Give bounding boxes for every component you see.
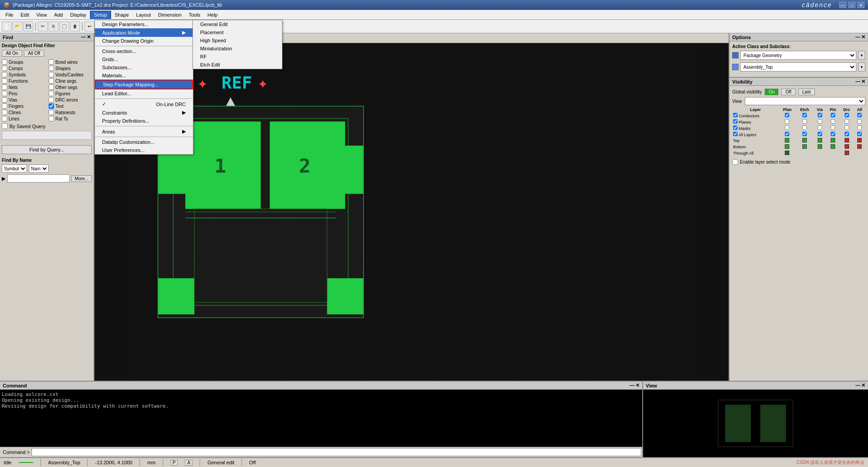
masks-all[interactable] bbox=[857, 125, 862, 130]
command-minimize[interactable]: — bbox=[630, 382, 635, 388]
menu-constraints[interactable]: Constraints ▶ bbox=[95, 108, 193, 117]
menu-setup[interactable]: Setup bbox=[90, 11, 111, 19]
filter-shapes-check[interactable] bbox=[49, 66, 54, 71]
tb-cut[interactable]: ✂ bbox=[38, 22, 48, 31]
tb-new[interactable]: 📄 bbox=[2, 22, 12, 31]
maximize-button[interactable]: □ bbox=[848, 2, 855, 8]
pkg-dropdown-arrow[interactable]: ▼ bbox=[858, 51, 865, 60]
filter-functions-check[interactable] bbox=[2, 78, 7, 84]
filter-bond-wires-check[interactable] bbox=[49, 59, 54, 65]
menu-lead-editor[interactable]: Lead Editor... bbox=[95, 89, 193, 98]
command-close[interactable]: ✕ bbox=[635, 382, 640, 388]
tb-undo[interactable]: ↩ bbox=[85, 22, 94, 31]
menu-cross-section[interactable]: Cross-section... bbox=[95, 47, 193, 55]
app-mode-high-speed[interactable]: High Speed bbox=[193, 36, 282, 44]
conductors-plan[interactable] bbox=[785, 113, 789, 117]
menu-areas[interactable]: Areas ▶ bbox=[95, 127, 193, 136]
filter-symbols-check[interactable] bbox=[2, 72, 7, 77]
app-mode-miniaturization[interactable]: Miniaturization bbox=[193, 44, 282, 53]
filter-clines-check[interactable] bbox=[2, 110, 7, 115]
menu-application-mode[interactable]: Application Mode ▶ bbox=[95, 28, 193, 37]
filter-fingers-check[interactable] bbox=[2, 103, 7, 109]
status-a-button[interactable]: A bbox=[185, 460, 192, 466]
options-minimize[interactable]: — bbox=[855, 34, 860, 40]
menu-change-origin[interactable]: Change Drawing Origin bbox=[95, 37, 193, 45]
filter-vias-check[interactable] bbox=[2, 97, 7, 102]
filter-text-check[interactable] bbox=[49, 103, 54, 109]
masks-pin[interactable] bbox=[831, 125, 835, 130]
view-close[interactable]: ✕ bbox=[861, 382, 865, 388]
menu-online-drc[interactable]: ✓ On-Line DRC bbox=[95, 100, 193, 108]
masks-etch[interactable] bbox=[802, 125, 807, 130]
menu-materials[interactable]: Materials... bbox=[95, 71, 193, 80]
planes-pin[interactable] bbox=[831, 119, 835, 124]
assembly-top-select[interactable]: Assembly_Top bbox=[740, 62, 856, 71]
menu-subclasses[interactable]: Subclasses... bbox=[95, 63, 193, 71]
masks-drc[interactable] bbox=[845, 125, 849, 130]
options-close[interactable]: ✕ bbox=[861, 34, 865, 40]
filter-rat-ts-check[interactable] bbox=[49, 116, 54, 121]
all-layers-all[interactable] bbox=[857, 132, 862, 136]
conductors-drc[interactable] bbox=[845, 113, 849, 117]
find-close[interactable]: ✕ bbox=[87, 34, 91, 40]
close-button[interactable]: ✕ bbox=[857, 2, 864, 8]
menu-file[interactable]: File bbox=[2, 11, 17, 18]
menu-help[interactable]: Help bbox=[204, 11, 221, 18]
menu-grids[interactable]: Grids... bbox=[95, 55, 193, 63]
view-minimize[interactable]: — bbox=[855, 382, 860, 388]
all-layers-pin[interactable] bbox=[831, 132, 835, 136]
planes-via[interactable] bbox=[818, 119, 822, 124]
masks-via[interactable] bbox=[818, 125, 822, 130]
tb-delete[interactable]: 🗑 bbox=[70, 22, 80, 31]
conductors-check[interactable] bbox=[733, 113, 738, 117]
filter-figures-check[interactable] bbox=[49, 91, 54, 96]
filter-pins-check[interactable] bbox=[2, 91, 7, 96]
tb-copy[interactable]: ⎘ bbox=[49, 22, 58, 31]
more-button[interactable]: More... bbox=[72, 175, 92, 182]
app-mode-etch[interactable]: Etch Edit bbox=[193, 61, 282, 69]
all-layers-drc[interactable] bbox=[845, 132, 849, 136]
window-controls[interactable]: — □ ✕ bbox=[839, 2, 864, 8]
by-saved-query-check[interactable] bbox=[2, 123, 8, 129]
masks-check[interactable] bbox=[733, 125, 738, 130]
visibility-minimize[interactable]: — bbox=[855, 79, 860, 85]
menu-step-package[interactable]: Step Package Mapping... bbox=[95, 80, 193, 89]
menu-view[interactable]: View bbox=[33, 11, 51, 18]
filter-drc-errors-check[interactable] bbox=[49, 97, 54, 102]
app-mode-rf[interactable]: RF bbox=[193, 53, 282, 61]
find-type-select[interactable]: Symbol bbox=[2, 165, 27, 173]
conductors-pin[interactable] bbox=[831, 113, 835, 117]
view-select[interactable] bbox=[745, 97, 866, 105]
find-name-input[interactable] bbox=[7, 174, 70, 182]
tb-open[interactable]: 📂 bbox=[13, 22, 22, 31]
conductors-all[interactable] bbox=[857, 113, 862, 117]
visibility-off-button[interactable]: Off bbox=[781, 89, 795, 95]
visibility-on-button[interactable]: On bbox=[765, 89, 779, 95]
saved-query-input[interactable] bbox=[2, 131, 92, 140]
visibility-close[interactable]: ✕ bbox=[861, 79, 865, 85]
app-mode-general[interactable]: General Edit bbox=[193, 20, 282, 28]
menu-tools[interactable]: Tools bbox=[185, 11, 204, 18]
minimize-button[interactable]: — bbox=[839, 2, 846, 8]
package-geometry-select[interactable]: Package Geometry bbox=[740, 51, 856, 60]
planes-etch[interactable] bbox=[802, 119, 807, 124]
tb-paste[interactable]: 📋 bbox=[59, 22, 69, 31]
all-layers-plan[interactable] bbox=[785, 132, 789, 136]
menu-datatip[interactable]: Datatip Customization... bbox=[95, 138, 193, 146]
filter-ratsnests-check[interactable] bbox=[49, 110, 54, 115]
planes-drc[interactable] bbox=[845, 119, 849, 124]
all-layers-via[interactable] bbox=[818, 132, 822, 136]
enable-layer-check[interactable] bbox=[732, 159, 738, 165]
tb-save[interactable]: 💾 bbox=[23, 22, 33, 31]
menu-design-params[interactable]: Design Parameters... bbox=[95, 20, 193, 28]
filter-lines-check[interactable] bbox=[2, 116, 7, 121]
all-off-button[interactable]: All Off bbox=[24, 50, 44, 57]
filter-comps-check[interactable] bbox=[2, 66, 7, 71]
menu-property-defs[interactable]: Property Definitions... bbox=[95, 117, 193, 125]
app-mode-placement[interactable]: Placement bbox=[193, 28, 282, 36]
find-by-query-button[interactable]: Find by Query... bbox=[2, 145, 92, 154]
menu-shape[interactable]: Shape bbox=[111, 11, 133, 18]
menu-layout[interactable]: Layout bbox=[133, 11, 155, 18]
filter-groups-check[interactable] bbox=[2, 59, 7, 65]
visibility-last-button[interactable]: Last bbox=[798, 89, 815, 95]
